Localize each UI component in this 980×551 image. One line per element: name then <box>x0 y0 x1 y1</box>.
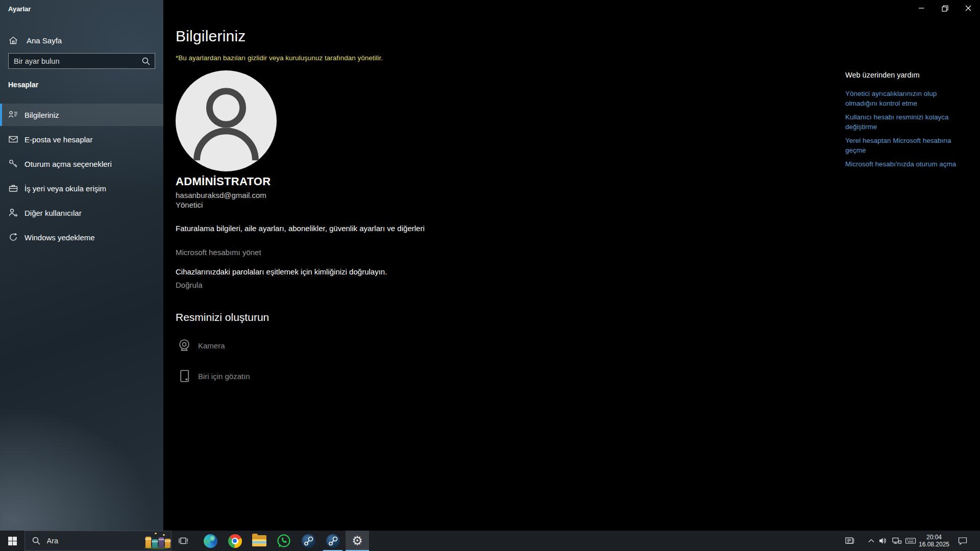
sidebar-section-header: Hesaplar <box>8 81 38 89</box>
browse-option[interactable]: Biri için gözatın <box>177 368 250 384</box>
edge-icon <box>204 534 217 548</box>
sidebar-item-label: E-posta ve hesaplar <box>24 135 92 144</box>
sidebar: Ayarlar Ana Sayfa Hesaplar <box>0 0 163 531</box>
touch-keyboard-button[interactable] <box>903 531 918 551</box>
network-button[interactable] <box>890 531 903 551</box>
app-title: Ayarlar <box>8 5 31 13</box>
clock-time: 20:04 <box>926 534 942 541</box>
verify-link[interactable]: Doğrula <box>176 281 203 289</box>
sidebar-item-yedekleme[interactable]: Windows yedekleme <box>0 226 163 248</box>
volume-button[interactable] <box>877 531 889 551</box>
taskbar-clock[interactable]: 20:04 16.08.2025 <box>918 531 950 551</box>
taskbar-app-steam-running[interactable] <box>321 531 345 551</box>
sidebar-item-label: İş yeri veya okula erişim <box>24 184 106 193</box>
managed-settings-note: *Bu ayarlardan bazıları gizlidir veya ku… <box>176 54 383 62</box>
tray-overflow-button[interactable] <box>866 531 877 551</box>
help-title: Web üzerinden yardım <box>845 71 920 79</box>
person-avatar-icon <box>176 70 277 171</box>
steam-icon <box>302 534 315 548</box>
sidebar-item-bilgileriniz[interactable]: Bilgileriniz <box>0 104 163 126</box>
clock-date: 16.08.2025 <box>919 541 949 548</box>
chevron-up-icon <box>867 537 875 545</box>
verify-description: Cihazlarınızdaki parolaları eşitlemek iç… <box>176 267 387 276</box>
sidebar-item-label: Bilgileriniz <box>24 111 59 119</box>
camera-option[interactable]: Kamera <box>177 338 225 353</box>
touch-keyboard-icon <box>904 535 917 547</box>
sidebar-item-isyeri[interactable]: İş yeri veya okula erişim <box>0 177 163 199</box>
taskbar: ⚙ <box>0 531 980 551</box>
settings-window: Ayarlar Ana Sayfa Hesaplar <box>0 0 980 531</box>
whatsapp-icon <box>277 534 291 548</box>
widgets-icon <box>844 535 855 546</box>
settings-search-box[interactable] <box>8 53 155 69</box>
sidebar-item-diger[interactable]: Diğer kullanıcılar <box>0 202 163 224</box>
taskbar-app-whatsapp[interactable] <box>272 531 296 551</box>
help-link[interactable]: Yerel hesaptan Microsoft hesabına geçme <box>845 136 964 155</box>
minimize-button[interactable] <box>910 0 933 16</box>
restore-icon <box>942 5 948 12</box>
camera-option-label: Kamera <box>198 341 225 350</box>
sidebar-item-label: Oturum açma seçenekleri <box>24 160 112 168</box>
action-center-icon <box>957 535 968 546</box>
person-add-icon <box>8 208 18 218</box>
browse-file-icon <box>177 368 192 384</box>
help-link[interactable]: Microsoft hesabı'nızda oturum açma <box>845 159 964 169</box>
billing-description: Faturalama bilgileri, aile ayarları, abo… <box>176 223 431 234</box>
taskbar-app-chrome[interactable] <box>223 531 247 551</box>
close-icon <box>965 5 971 11</box>
help-link[interactable]: Yönetici ayrıcalıklarınızın olup olmadığ… <box>845 89 964 108</box>
page-title: Bilgileriniz <box>176 28 246 45</box>
start-button[interactable] <box>0 531 24 551</box>
search-icon <box>32 536 41 545</box>
contact-card-icon <box>8 110 18 120</box>
file-explorer-icon <box>252 535 266 546</box>
widgets-button[interactable] <box>841 531 859 551</box>
search-highlight-art[interactable] <box>142 531 172 550</box>
window-controls <box>910 0 980 16</box>
sidebar-item-oturum[interactable]: Oturum açma seçenekleri <box>0 153 163 175</box>
minimize-icon <box>918 5 924 11</box>
taskbar-app-steam[interactable] <box>297 531 320 551</box>
volume-icon <box>878 536 888 546</box>
browse-option-label: Biri için gözatın <box>198 372 250 381</box>
avatar <box>176 70 277 171</box>
sidebar-item-eposta[interactable]: E-posta ve hesaplar <box>0 128 163 151</box>
network-icon <box>891 535 902 546</box>
taskbar-search-input[interactable] <box>41 537 142 545</box>
webcam-icon <box>177 338 192 353</box>
settings-search-input[interactable] <box>9 57 141 65</box>
taskbar-app-settings-active[interactable]: ⚙ <box>346 531 369 551</box>
help-link[interactable]: Kullanıcı hesabı resminizi kolayca değiş… <box>845 112 964 132</box>
sync-icon <box>8 232 18 242</box>
action-center-button[interactable] <box>952 531 973 551</box>
picture-section-title: Resminizi oluşturun <box>176 311 269 323</box>
main-content: Bilgileriniz *Bu ayarlardan bazıları giz… <box>163 0 980 531</box>
sidebar-item-label: Windows yedekleme <box>24 233 95 242</box>
restore-button[interactable] <box>933 0 957 16</box>
mail-icon <box>8 134 18 144</box>
account-name: ADMİNİSTRATOR <box>176 175 271 188</box>
briefcase-icon <box>8 183 18 193</box>
manage-account-link[interactable]: Microsoft hesabımı yönet <box>176 248 261 257</box>
taskbar-app-file-explorer[interactable] <box>248 531 271 551</box>
windows-start-icon <box>8 537 17 545</box>
account-role: Yönetici <box>176 201 203 209</box>
screen: Ayarlar Ana Sayfa Hesaplar <box>0 0 980 551</box>
taskbar-app-edge[interactable] <box>199 531 222 551</box>
task-view-icon <box>178 535 189 546</box>
key-icon <box>8 159 18 169</box>
selected-accent-bar <box>0 104 2 126</box>
task-view-button[interactable] <box>172 531 195 551</box>
taskbar-search-box[interactable] <box>24 531 172 551</box>
chrome-icon <box>228 534 242 548</box>
close-button[interactable] <box>957 0 980 16</box>
sidebar-item-label: Diğer kullanıcılar <box>24 209 82 217</box>
account-email: hasanburaksd@gmail.com <box>176 191 266 199</box>
home-icon <box>8 35 18 45</box>
sidebar-item-home[interactable]: Ana Sayfa <box>2 32 160 49</box>
steam-icon <box>326 534 340 548</box>
search-icon[interactable] <box>141 57 151 66</box>
settings-gear-icon: ⚙ <box>352 535 363 547</box>
sidebar-item-label: Ana Sayfa <box>27 36 62 45</box>
